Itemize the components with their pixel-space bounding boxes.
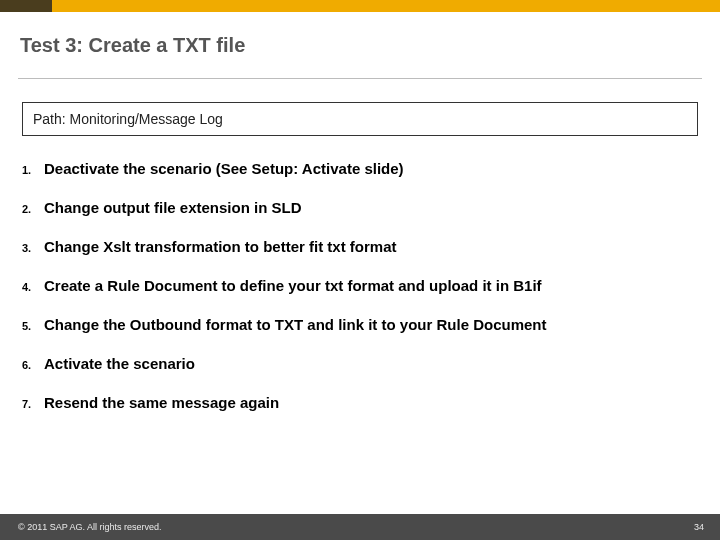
top-accent-bar — [0, 0, 720, 12]
path-box: Path: Monitoring/Message Log — [22, 102, 698, 136]
step-text: Resend the same message again — [44, 394, 279, 411]
page-number: 34 — [694, 522, 704, 532]
list-item: 5.Change the Outbound format to TXT and … — [22, 316, 698, 333]
slide-title: Test 3: Create a TXT file — [20, 34, 245, 57]
list-item: 2.Change output file extension in SLD — [22, 199, 698, 216]
step-text: Create a Rule Document to define your tx… — [44, 277, 542, 294]
step-text: Change Xslt transformation to better fit… — [44, 238, 397, 255]
list-item: 7.Resend the same message again — [22, 394, 698, 411]
copyright-text: © 2011 SAP AG. All rights reserved. — [18, 522, 162, 532]
step-number: 3. — [22, 242, 44, 254]
step-text: Change the Outbound format to TXT and li… — [44, 316, 547, 333]
step-text: Activate the scenario — [44, 355, 195, 372]
step-number: 7. — [22, 398, 44, 410]
list-item: 1.Deactivate the scenario (See Setup: Ac… — [22, 160, 698, 177]
list-item: 6.Activate the scenario — [22, 355, 698, 372]
step-number: 5. — [22, 320, 44, 332]
step-text: Change output file extension in SLD — [44, 199, 302, 216]
step-number: 4. — [22, 281, 44, 293]
step-number: 2. — [22, 203, 44, 215]
steps-list: 1.Deactivate the scenario (See Setup: Ac… — [22, 160, 698, 433]
list-item: 3.Change Xslt transformation to better f… — [22, 238, 698, 255]
list-item: 4.Create a Rule Document to define your … — [22, 277, 698, 294]
footer-bar: © 2011 SAP AG. All rights reserved. 34 — [0, 514, 720, 540]
step-number: 6. — [22, 359, 44, 371]
step-text: Deactivate the scenario (See Setup: Acti… — [44, 160, 404, 177]
title-underline — [18, 78, 702, 79]
top-accent-dark-segment — [0, 0, 52, 12]
step-number: 1. — [22, 164, 44, 176]
